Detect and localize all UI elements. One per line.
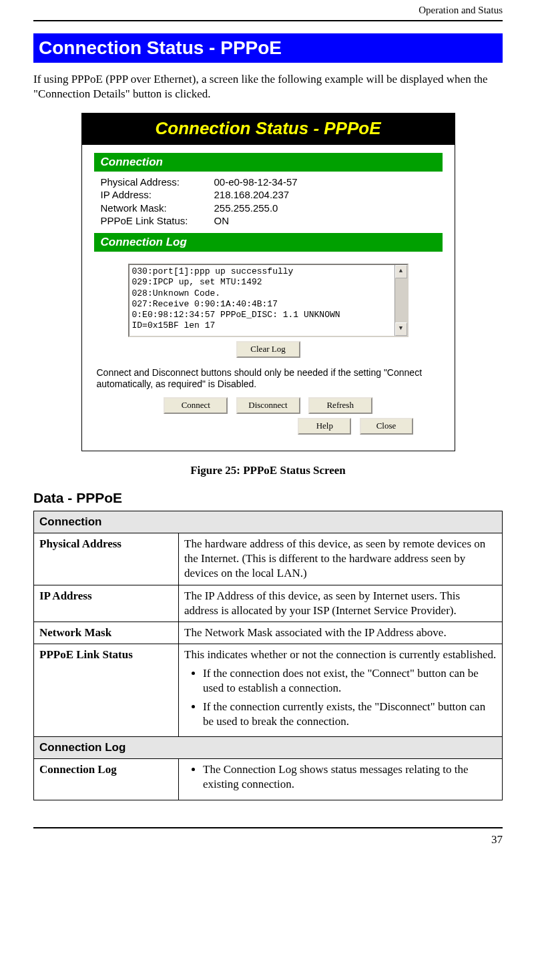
desc-connection-log: The Connection Log shows status messages… <box>179 759 503 800</box>
header-right: Operation and Status <box>419 4 503 17</box>
table-row: Network Mask The Network Mask associated… <box>34 622 503 644</box>
label-pppoe-link: PPPoE Link Status: <box>101 214 214 228</box>
screenshot-figure: Connection Status - PPPoE Connection Phy… <box>81 113 455 451</box>
close-button[interactable]: Close <box>360 418 413 435</box>
term-pppoe-link: PPPoE Link Status <box>34 644 179 736</box>
screenshot-section-log: Connection Log <box>94 233 443 252</box>
label-physical-address: Physical Address: <box>101 176 214 189</box>
page-number: 37 <box>491 833 503 846</box>
desc-ip-address: The IP Address of this device, as seen b… <box>179 585 503 622</box>
screenshot-banner: Connection Status - PPPoE <box>82 113 455 145</box>
log-textarea[interactable]: 030:port[1]:ppp up successfully 029:IPCP… <box>128 264 409 337</box>
table-row: Connection Log The Connection Log shows … <box>34 759 503 800</box>
value-ip-address: 218.168.204.237 <box>214 188 290 202</box>
scroll-down-icon[interactable]: ▼ <box>395 322 407 336</box>
desc-network-mask: The Network Mask associated with the IP … <box>179 622 503 644</box>
help-button[interactable]: Help <box>298 418 351 435</box>
value-pppoe-link: ON <box>214 214 230 228</box>
page-header: Operation and Status <box>33 0 503 21</box>
table-row: PPPoE Link Status This indicates whether… <box>34 644 503 736</box>
term-physical-address: Physical Address <box>34 533 179 585</box>
table-row: IP Address The IP Address of this device… <box>34 585 503 622</box>
term-network-mask: Network Mask <box>34 622 179 644</box>
log-scrollbar[interactable]: ▲ ▼ <box>394 265 407 336</box>
table-section-connection: Connection <box>34 511 503 533</box>
screenshot-section-connection: Connection <box>94 153 443 172</box>
label-network-mask: Network Mask: <box>101 202 214 215</box>
term-ip-address: IP Address <box>34 585 179 622</box>
figure-caption: Figure 25: PPPoE Status Screen <box>33 463 503 478</box>
clear-log-button[interactable]: Clear Log <box>236 341 300 358</box>
desc-physical-address: The hardware address of this device, as … <box>179 533 503 585</box>
data-subhead: Data - PPPoE <box>33 489 503 507</box>
desc-pppoe-link: This indicates whether or not the connec… <box>179 644 503 736</box>
log-content: 030:port[1]:ppp up successfully 029:IPCP… <box>132 266 405 332</box>
term-connection-log: Connection Log <box>34 759 179 800</box>
refresh-button[interactable]: Refresh <box>308 397 372 414</box>
page-footer: 37 <box>33 827 503 847</box>
screenshot-note: Connect and Disconnect buttons should on… <box>94 362 443 393</box>
pppoe-bullet-2: If the connection currently exists, the … <box>203 700 497 729</box>
section-title: Connection Status - PPPoE <box>33 33 503 63</box>
value-network-mask: 255.255.255.0 <box>214 202 278 215</box>
connection-log-bullet: The Connection Log shows status messages… <box>203 762 497 792</box>
disconnect-button[interactable]: Disconnect <box>236 397 300 414</box>
intro-paragraph: If using PPPoE (PPP over Ethernet), a sc… <box>33 72 503 101</box>
pppoe-bullet-1: If the connection does not exist, the "C… <box>203 666 497 696</box>
table-row: Physical Address The hardware address of… <box>34 533 503 585</box>
label-ip-address: IP Address: <box>101 188 214 202</box>
connect-button[interactable]: Connect <box>164 397 228 414</box>
pppoe-desc-intro: This indicates whether or not the connec… <box>184 648 496 661</box>
data-table: Connection Physical Address The hardware… <box>33 511 503 800</box>
table-section-log: Connection Log <box>34 737 503 759</box>
value-physical-address: 00-e0-98-12-34-57 <box>214 176 298 189</box>
scroll-up-icon[interactable]: ▲ <box>395 265 407 278</box>
connection-fields: Physical Address:00-e0-98-12-34-57 IP Ad… <box>94 172 443 233</box>
